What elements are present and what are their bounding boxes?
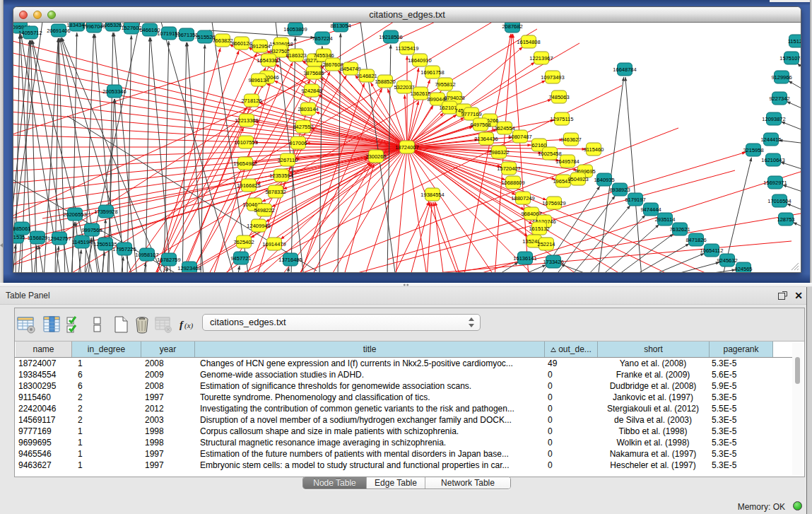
table-row[interactable]: 1456911722003Disruption of a novel membe… <box>15 414 794 426</box>
graph-node[interactable]: 1244415 <box>760 133 781 146</box>
table-row[interactable]: 1830029562008Estimation of significance … <box>15 380 794 392</box>
graph-node[interactable]: 11325419 <box>396 42 419 54</box>
graph-node[interactable]: 9463627 <box>560 133 581 146</box>
graph-node[interactable]: 3624554 <box>494 122 514 134</box>
graph-node[interactable]: 19166825 <box>237 179 260 192</box>
graph-node[interactable]: 5878332 <box>265 185 286 198</box>
table-row[interactable]: 1872400712008Changes of HCN gene express… <box>15 358 794 369</box>
table-row[interactable]: 946554611997Estimation of the future num… <box>15 448 794 460</box>
graph-node[interactable]: 128753 <box>777 213 794 226</box>
graph-node[interactable]: 3875685 <box>303 66 324 79</box>
graph-node[interactable]: 1145194 <box>72 235 93 248</box>
delete-icon[interactable] <box>132 315 152 334</box>
graph-node[interactable]: 985061 <box>13 222 31 235</box>
graph-node[interactable]: 1640935 <box>594 173 614 186</box>
graph-node[interactable]: 9997568 <box>81 223 102 236</box>
graph-node[interactable]: 16961758 <box>420 66 444 78</box>
graph-node[interactable]: 7485063 <box>548 90 569 103</box>
graph-node[interactable]: 17016504 <box>767 194 791 207</box>
resize-grip-icon[interactable] <box>789 261 799 271</box>
graph-node[interactable]: 252214 <box>537 238 555 250</box>
column-header-short[interactable]: short <box>598 341 710 357</box>
network-canvas[interactable]: 1872400790959141405571220691406183434419… <box>13 23 801 272</box>
collapse-left-arrow-icon[interactable] <box>0 243 3 247</box>
graph-node[interactable]: 8813054 <box>330 23 351 32</box>
graph-node[interactable]: 2935114 <box>655 213 676 226</box>
graph-node[interactable]: 7955812 <box>435 78 455 90</box>
select-all-icon[interactable] <box>64 315 84 334</box>
tab-network-table[interactable]: Network Table <box>425 477 510 489</box>
graph-node[interactable]: 2803144 <box>298 103 318 115</box>
network-file-select[interactable]: citations_edges.txt <box>202 314 481 331</box>
column-header-title[interactable]: title <box>195 341 545 357</box>
graph-node[interactable]: 115120 <box>788 35 801 47</box>
column-header-out-de-[interactable]: out_de... <box>545 341 598 357</box>
graph-node[interactable]: 16782759 <box>157 253 180 266</box>
graph-node[interactable]: 19654982 <box>233 157 257 170</box>
graph-node[interactable]: 15720407 <box>497 162 520 175</box>
graph-node[interactable]: 8471826 <box>686 233 706 246</box>
graph-node[interactable]: 18640910 <box>408 54 431 66</box>
graph-node[interactable]: 13716485 <box>278 253 302 266</box>
graph-node[interactable]: 9245632 <box>717 254 737 267</box>
graph-node[interactable]: 16210643 <box>761 153 784 166</box>
graph-node[interactable]: 2718126 <box>241 94 261 107</box>
graph-node[interactable]: 1588520 <box>375 75 395 88</box>
graph-node[interactable]: 12923468 <box>177 262 201 272</box>
graph-node[interactable]: 19218506 <box>379 30 402 43</box>
new-document-icon[interactable] <box>111 315 131 334</box>
function-builder-icon[interactable]: f(x) <box>179 315 199 334</box>
table-settings-icon[interactable] <box>16 315 36 334</box>
graph-node[interactable]: 15692971 <box>763 176 787 189</box>
graph-node[interactable]: 7632621 <box>669 223 690 235</box>
graph-node[interactable]: 917006 <box>289 136 307 149</box>
import-table-icon[interactable] <box>153 315 173 334</box>
column-header-in-degree[interactable]: in_degree <box>72 341 141 357</box>
graph-node[interactable]: 6497568 <box>470 118 490 131</box>
table-row[interactable]: 977716911998Corpus callosum shape and si… <box>15 426 794 437</box>
graph-node[interactable]: 1156829 <box>28 231 48 244</box>
table-row[interactable]: 1938455462009Genome-wide association stu… <box>15 369 794 380</box>
scrollbar-thumb[interactable] <box>795 357 800 384</box>
graph-node[interactable]: 6179197 <box>625 193 645 206</box>
column-header-year[interactable]: year <box>141 341 195 357</box>
table-row[interactable]: 969969511998Structural magnetic resonanc… <box>15 437 794 448</box>
graph-node[interactable]: 7663822 <box>212 34 233 47</box>
graph-node[interactable]: 924565 <box>734 262 752 272</box>
graph-node[interactable]: 3215958 <box>743 144 763 156</box>
table-row[interactable]: 2242004622012Investigating the contribut… <box>15 403 794 414</box>
graph-node[interactable]: 12213967 <box>529 52 553 64</box>
network-document-window[interactable]: 1872400790959141405571220691406183434419… <box>13 6 801 273</box>
graph-node[interactable]: 8427552 <box>293 120 313 133</box>
graph-node[interactable]: 7857224 <box>312 32 332 45</box>
graph-node[interactable]: 16648784 <box>613 63 636 76</box>
column-header-name[interactable]: name <box>16 341 72 357</box>
graph-node[interactable]: 9146821 <box>356 69 377 82</box>
graph-node[interactable]: 7625402 <box>233 235 254 248</box>
graph-node[interactable]: 8938923 <box>609 183 630 196</box>
graph-node[interactable]: 2087682 <box>502 23 522 33</box>
table-row[interactable]: 911546021997Tourette syndrome. Phenomeno… <box>15 392 794 403</box>
select-columns-icon[interactable] <box>42 315 61 334</box>
table-vertical-scrollbar[interactable] <box>792 343 803 476</box>
graph-node[interactable]: 9115460 <box>584 143 604 156</box>
graph-node[interactable]: 8660124 <box>231 37 252 49</box>
graph-node[interactable]: 5498222 <box>254 204 274 216</box>
graph-node[interactable]: 3267110 <box>278 153 298 166</box>
graph-node[interactable]: 15751074 <box>779 52 801 64</box>
graph-node[interactable]: 9129966 <box>771 71 792 83</box>
graph-node[interactable]: 1527602 <box>121 23 141 34</box>
graph-node[interactable]: 10688609 <box>501 176 524 189</box>
rows-icon[interactable] <box>88 315 107 334</box>
float-panel-icon[interactable] <box>778 291 787 300</box>
graph-node[interactable]: 16053809 <box>283 23 307 35</box>
graph-node[interactable]: 12975115 <box>551 112 574 125</box>
graph-node[interactable]: 1615132 <box>529 222 549 235</box>
graph-node[interactable]: 9457721 <box>230 252 251 264</box>
window-titlebar[interactable]: citations_edges.txt <box>13 7 801 23</box>
graph-node[interactable]: 2300265 <box>365 150 386 163</box>
close-panel-icon[interactable]: ✕ <box>793 290 804 301</box>
graph-node[interactable]: 8912954 <box>249 40 270 52</box>
splitter-grip-icon[interactable] <box>403 284 409 286</box>
graph-node[interactable]: 18807249 <box>511 192 534 204</box>
